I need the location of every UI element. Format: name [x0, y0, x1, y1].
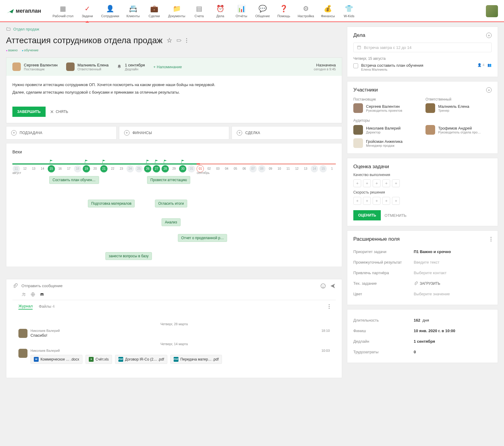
nav-item-5[interactable]: 📁Документы	[166, 3, 188, 19]
timeline-day[interactable]: 12	[293, 165, 300, 172]
milestone-label[interactable]: Анализ	[162, 218, 181, 226]
timeline-day[interactable]: 22	[109, 165, 116, 172]
milestone-label[interactable]: Подготовка материалов	[88, 200, 135, 207]
timeline-day[interactable]: 24	[127, 165, 134, 172]
timeline-day[interactable]: 03	[214, 165, 222, 172]
timeline-day[interactable]: 07	[249, 165, 257, 172]
tag[interactable]: обучение	[22, 48, 38, 52]
complete-button[interactable]: ЗАВЕРШИТЬ	[12, 107, 46, 117]
more-icon[interactable]	[490, 237, 492, 242]
rating-star[interactable]: ✦	[373, 179, 380, 187]
add-todo-button[interactable]: +	[486, 33, 492, 38]
cancel-button[interactable]: СНЯТЬ	[50, 107, 68, 117]
logo[interactable]: мегаплан	[6, 7, 41, 15]
timeline-day[interactable]: 11	[284, 165, 292, 172]
rating-star[interactable]: ✦	[353, 197, 361, 205]
rating-star[interactable]: ✦	[382, 179, 390, 187]
nav-item-13[interactable]: 👕W-Kids	[339, 3, 359, 19]
nav-item-6[interactable]: ▤Счета	[189, 3, 209, 19]
more-icon[interactable]	[186, 38, 187, 43]
tab-files[interactable]: Файлы4	[39, 304, 55, 309]
milestone-label[interactable]: Отчет о проделанной р…	[178, 234, 227, 242]
milestone-label[interactable]: Огласить итоги	[155, 200, 187, 207]
timeline-day[interactable]: 04	[223, 165, 230, 172]
rating-star[interactable]: ✦	[363, 179, 371, 187]
milestone-label[interactable]: Провести аттестацию	[147, 176, 190, 184]
timeline-day[interactable]: 19	[83, 165, 90, 172]
sub-action[interactable]: +ФИНАНСЫ	[119, 126, 230, 140]
timeline-day[interactable]: 30	[179, 165, 186, 172]
timeline-day[interactable]: 13	[30, 165, 37, 172]
timeline-day[interactable]: 15	[319, 165, 327, 172]
timeline-day[interactable]: 29	[170, 165, 178, 172]
tab-journal[interactable]: Журнал	[18, 304, 33, 310]
timeline-day[interactable]: 21	[100, 165, 108, 172]
nav-item-2[interactable]: 👤Сотрудники	[99, 3, 122, 19]
todo-item[interactable]: Встреча составить план обучения Елена Ма…	[353, 63, 492, 71]
mail-icon[interactable]	[40, 292, 44, 297]
timeline-day[interactable]: 05	[232, 165, 239, 172]
timeline-day[interactable]: 31	[188, 165, 195, 172]
nav-item-12[interactable]: 💰Финансы	[318, 3, 338, 19]
nav-item-7[interactable]: ⏰Дела	[210, 3, 230, 19]
attach-icon[interactable]	[12, 283, 18, 289]
timeline-day[interactable]: 23	[118, 165, 125, 172]
file-chip[interactable]: PDFДоговор IR-Co (2… .pdf	[115, 355, 167, 364]
sub-action[interactable]: +ПОДЗАДАЧА	[6, 126, 117, 140]
emoji-icon[interactable]	[320, 283, 326, 289]
user-avatar[interactable]	[486, 5, 498, 17]
timeline-day[interactable]: 08	[258, 165, 265, 172]
star-icon[interactable]	[167, 38, 172, 43]
timeline-day[interactable]: 25	[135, 165, 143, 172]
file-chip[interactable]: XСчёт.xls	[85, 355, 112, 364]
nav-item-4[interactable]: 💼Сделки	[145, 3, 164, 19]
participant[interactable]: Трофимов АндрейРуководитель отдела про…	[425, 125, 492, 135]
nav-item-1[interactable]: ✓Задачи	[78, 3, 97, 19]
rating-star[interactable]: ✦	[392, 197, 400, 205]
timeline-day[interactable]: 15	[48, 165, 55, 172]
message-input[interactable]	[21, 284, 316, 288]
timeline-day[interactable]: 06	[241, 165, 248, 172]
globe-icon[interactable]	[30, 292, 35, 297]
timeline-day[interactable]: 28	[162, 165, 169, 172]
tag-icon[interactable]	[176, 38, 182, 43]
timeline-day[interactable]: 14	[39, 165, 46, 172]
timeline-day[interactable]: 14	[311, 165, 318, 172]
timeline-day[interactable]: 27	[153, 165, 160, 172]
tag[interactable]: важно	[6, 48, 18, 52]
nav-item-8[interactable]: 📊Отчёты	[232, 3, 251, 19]
timeline-day[interactable]: 18	[74, 165, 81, 172]
participant[interactable]: Малниель ЕленаТренер	[425, 103, 492, 113]
checkbox[interactable]	[353, 63, 358, 68]
milestone-label[interactable]: занести вопросы в базу	[105, 252, 152, 260]
nav-item-11[interactable]: ⚙Настройка	[295, 3, 316, 19]
file-chip[interactable]: WКоммерческое … .docx	[30, 355, 82, 364]
nav-item-0[interactable]: ▦Рабочий стол	[50, 3, 76, 19]
participant[interactable]: Сергеев ВалентинРуководитель проектов	[353, 103, 419, 113]
people-icon[interactable]	[21, 292, 26, 297]
add-reminder[interactable]: + Напоминание	[153, 65, 182, 69]
milestone-label[interactable]: Составить план обучен…	[49, 176, 99, 184]
timeline-day[interactable]: 13	[302, 165, 309, 172]
timeline-day[interactable]: 09	[267, 165, 274, 172]
cancel-rating-button[interactable]: ОТМЕНИТЬ	[384, 210, 406, 220]
send-icon[interactable]	[330, 283, 336, 289]
breadcrumb[interactable]: Отдел продаж	[6, 27, 342, 31]
rating-star[interactable]: ✦	[373, 197, 380, 205]
rating-star[interactable]: ✦	[363, 197, 371, 205]
todo-input[interactable]: Встреча завтра с 12 до 14	[353, 43, 492, 52]
sub-action[interactable]: +СДЕЛКА	[232, 126, 342, 140]
rating-star[interactable]: ✦	[353, 179, 361, 187]
add-participant-button[interactable]: +	[486, 87, 492, 93]
timeline-day[interactable]: 20	[91, 165, 99, 172]
responsible[interactable]: Малниель Елена Ответственный	[66, 63, 109, 71]
timeline-day[interactable]: 10	[276, 165, 283, 172]
assigner[interactable]: Сергеев Валентин Постановщик	[12, 63, 58, 71]
timeline-day[interactable]: 12	[21, 165, 29, 172]
participant[interactable]: Николаев ВалерийДиректор	[353, 125, 419, 135]
file-chip[interactable]: PDFПередача матер… .pdf	[170, 355, 222, 364]
upload-button[interactable]: ЗАГРУЗИТЬ	[414, 281, 440, 286]
timeline-day[interactable]: 1	[328, 165, 335, 172]
timeline-day[interactable]: 17	[65, 165, 72, 172]
more-icon[interactable]	[329, 304, 330, 309]
